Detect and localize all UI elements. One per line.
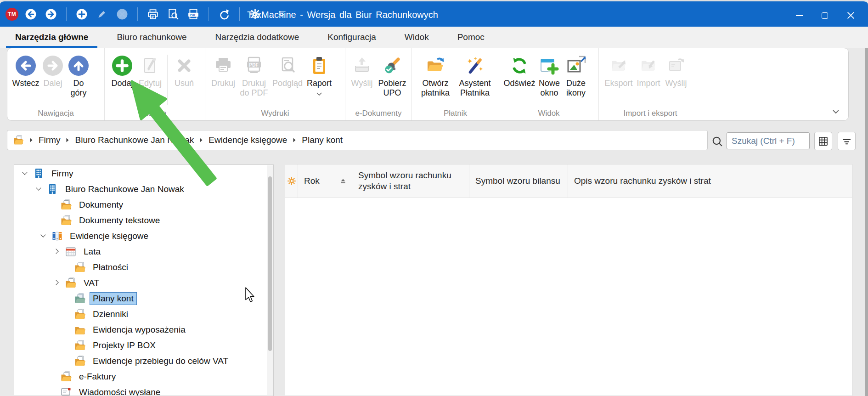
tab-narzedzia-dodatkowe[interactable]: Narzędzia dodatkowe bbox=[206, 27, 309, 48]
tab-pomoc[interactable]: Pomoc bbox=[448, 27, 494, 48]
print-pdf-icon[interactable] bbox=[186, 6, 201, 22]
building-icon bbox=[46, 184, 58, 195]
column-header-rok[interactable]: Rok bbox=[298, 164, 352, 198]
dalej-button[interactable]: Dalej bbox=[40, 52, 65, 88]
tree-item-platnosci[interactable]: Płatności bbox=[14, 260, 273, 275]
tree-item-ewidencje-przebiegu[interactable]: Ewidencje przebiegu do celów VAT bbox=[14, 353, 273, 369]
tab-widok[interactable]: Widok bbox=[395, 27, 438, 48]
back-button[interactable] bbox=[23, 6, 39, 22]
arrow-left-circle-icon bbox=[15, 53, 36, 79]
tree-item-dokumenty[interactable]: Dokumenty bbox=[14, 197, 273, 213]
plany-kont-table: Rok Symbol wzoru rachunku zysków i strat… bbox=[285, 164, 852, 396]
folder-documents-icon bbox=[74, 309, 86, 320]
window-controls bbox=[786, 3, 863, 28]
filter-button[interactable] bbox=[838, 132, 856, 150]
app-logo: TM bbox=[6, 8, 18, 21]
asystent-platnika-button[interactable]: Asystent Płatnika bbox=[455, 52, 495, 98]
forward-button[interactable] bbox=[43, 6, 59, 22]
chevron-right-icon[interactable] bbox=[53, 247, 62, 256]
tab-konfiguracja[interactable]: Konfiguracja bbox=[318, 27, 385, 48]
tree-item-biuro-rachunkowe[interactable]: Biuro Rachunkowe Jan Nowak bbox=[14, 181, 273, 197]
otworz-platnika-button[interactable]: Otwórz płatnika bbox=[416, 52, 455, 98]
tree-scrollbar-thumb[interactable] bbox=[268, 176, 272, 351]
chevron-right-icon[interactable] bbox=[53, 278, 62, 288]
folder-teal-icon bbox=[74, 293, 86, 304]
do-gory-button[interactable]: Do góry bbox=[65, 52, 92, 98]
import-button[interactable]: Import bbox=[635, 52, 662, 88]
pobierz-upo-button[interactable]: Pobierz UPO bbox=[375, 52, 410, 98]
odswiez-button[interactable]: Odśwież bbox=[503, 52, 536, 88]
wstecz-button[interactable]: Wstecz bbox=[11, 52, 40, 88]
tree-item-plany-kont[interactable]: Plany kont bbox=[14, 291, 273, 306]
delete-x-icon bbox=[174, 53, 195, 79]
filter-icon bbox=[842, 136, 851, 146]
drukuj-button[interactable]: Drukuj bbox=[209, 52, 237, 88]
tree-item-vat[interactable]: VAT bbox=[14, 275, 273, 291]
tree-item-wiadomosci-wyslane[interactable]: Wiadomości wysłane bbox=[14, 385, 273, 396]
edytuj-button[interactable]: Edytuj bbox=[136, 52, 164, 88]
chevron-down-icon[interactable] bbox=[39, 232, 48, 241]
tab-narzedzia-glowne[interactable]: Narzędzia główne bbox=[6, 27, 97, 48]
refresh-icon[interactable] bbox=[216, 6, 232, 22]
folder-documents-icon bbox=[74, 262, 86, 273]
chevron-down-icon[interactable] bbox=[34, 185, 44, 194]
tree-item-ewidencja-wyposazenia[interactable]: Ewidencja wyposażenia bbox=[14, 322, 273, 338]
nowe-okno-button[interactable]: Nowe okno bbox=[536, 52, 563, 98]
duze-ikony-button[interactable]: Duże ikony bbox=[563, 52, 589, 98]
tree-item-dokumenty-tekstowe[interactable]: Dokumenty tekstowe bbox=[14, 213, 273, 228]
add-button-quick[interactable] bbox=[74, 6, 90, 22]
tree-item-dzienniki[interactable]: Dzienniki bbox=[14, 306, 273, 322]
chevron-down-icon[interactable] bbox=[21, 169, 30, 178]
folder-import-icon bbox=[638, 53, 659, 79]
maximize-button[interactable] bbox=[812, 6, 838, 26]
column-header-symbol-rzis[interactable]: Symbol wzoru rachunku zysków i strat bbox=[352, 164, 469, 198]
dodaj-button[interactable]: Dodaj bbox=[108, 52, 136, 88]
tree-item-projekty-ip-box[interactable]: Projekty IP BOX bbox=[14, 338, 273, 353]
tree-item-lata[interactable]: Lata bbox=[14, 244, 273, 260]
raport-button[interactable]: Raport bbox=[304, 52, 334, 98]
raport-dropdown-chevron-icon[interactable] bbox=[316, 90, 322, 98]
wyslij-button[interactable]: Wyślij bbox=[349, 52, 375, 88]
print-icon[interactable] bbox=[145, 6, 161, 22]
breadcrumb-item-firmy[interactable]: Firmy bbox=[39, 135, 60, 145]
collapse-ribbon-chevron-icon[interactable] bbox=[830, 107, 842, 116]
close-button[interactable] bbox=[838, 6, 863, 26]
delete-icon[interactable] bbox=[114, 6, 130, 22]
button-separator bbox=[167, 55, 168, 105]
wyslij-eksport-button[interactable]: Wyślij bbox=[662, 52, 690, 88]
customize-columns-button[interactable] bbox=[285, 164, 298, 198]
report-clipboard-icon bbox=[309, 53, 330, 79]
column-header-opis-rzis[interactable]: Opis wzoru rachunku zysków i strat bbox=[568, 164, 852, 198]
folder-documents-icon bbox=[60, 199, 72, 210]
printer-icon bbox=[213, 53, 234, 79]
eksport-button[interactable]: Eksport bbox=[603, 52, 635, 88]
tree-item-firmy[interactable]: Firmy bbox=[14, 166, 273, 181]
tree-item-e-faktury[interactable]: e-Faktury bbox=[14, 369, 273, 385]
tab-biuro-rachunkowe[interactable]: Biuro rachunkowe bbox=[107, 27, 196, 48]
group-label-widok: Widok bbox=[499, 109, 598, 118]
tree-item-ewidencje-ksiegowe[interactable]: Ewidencje księgowe bbox=[14, 228, 273, 244]
ribbon-group-widok: Odśwież Nowe okno Duże ikony Widok bbox=[499, 48, 599, 120]
print-preview-icon[interactable] bbox=[165, 6, 181, 22]
group-label-edokumenty: e-Dokumenty bbox=[345, 109, 411, 118]
usun-button[interactable]: Usuń bbox=[170, 52, 198, 88]
breadcrumb-item-plany-kont[interactable]: Plany kont bbox=[302, 135, 343, 145]
search-input[interactable] bbox=[727, 132, 810, 149]
navigation-tree: Firmy Biuro Rachunkowe Jan Nowak Dokumen… bbox=[14, 164, 274, 396]
group-label-nawigacja: Nawigacja bbox=[7, 109, 104, 118]
tree-scrollbar[interactable] bbox=[267, 165, 273, 395]
grid-view-button[interactable] bbox=[814, 132, 832, 150]
customize-sun-icon bbox=[287, 177, 296, 185]
breadcrumb-item-biuro[interactable]: Biuro Rachunkowe Jan Nowak bbox=[75, 135, 194, 145]
breadcrumb: Firmy Biuro Rachunkowe Jan Nowak Ewidenc… bbox=[7, 130, 708, 150]
ribbon-group-nawigacja: Wstecz Dalej Do góry Nawigacja bbox=[7, 48, 105, 120]
ribbon-tab-bar: Narzędzia główne Biuro rachunkowe Narzęd… bbox=[0, 27, 868, 48]
breadcrumb-item-ewidencje[interactable]: Ewidencje księgowe bbox=[209, 135, 287, 145]
column-header-symbol-bilansu[interactable]: Symbol wzoru bilansu bbox=[469, 164, 568, 198]
podglad-button[interactable]: Podgląd bbox=[271, 52, 304, 88]
edit-icon[interactable] bbox=[94, 6, 110, 22]
drukuj-do-pdf-button[interactable]: Drukuj do PDF bbox=[237, 52, 271, 98]
breadcrumb-separator-icon bbox=[293, 138, 296, 142]
edit-document-icon bbox=[140, 53, 161, 79]
minimize-button[interactable] bbox=[786, 6, 812, 26]
